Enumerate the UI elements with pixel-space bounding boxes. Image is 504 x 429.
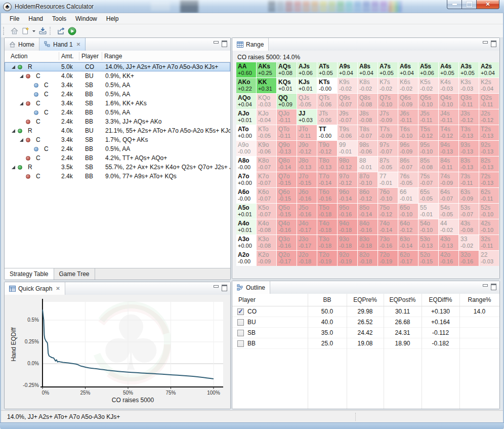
hand-cell-K4o[interactable]: K4o-0.08 xyxy=(257,219,276,235)
hand-cell-Q6o[interactable]: Q6o-0.15 xyxy=(277,188,297,203)
strategy-row-8[interactable]: R4.0kBU21.1%, 55+ A2s+ ATo+ A7o A5o-A2o … xyxy=(5,126,230,135)
hand-cell-83s[interactable]: 83s-0.13 xyxy=(459,157,479,172)
hand-cell-98o[interactable]: 98o-0.12 xyxy=(338,157,357,172)
hand-cell-KJs[interactable]: KJs+0.01 xyxy=(297,78,317,93)
hand-cell-66[interactable]: 66-0.01 xyxy=(398,188,418,203)
hand-cell-J3o[interactable]: J3o-0.17 xyxy=(297,235,317,250)
outline-column-range[interactable]: Range% xyxy=(459,296,499,303)
hand-cell-JTo[interactable]: JTo-0.11 xyxy=(297,125,317,140)
menu-file[interactable]: File xyxy=(5,14,24,23)
hand-cell-96s[interactable]: 96s-0.09 xyxy=(398,141,418,156)
hand-cell-A8o[interactable]: A8o-0.00 xyxy=(236,157,256,172)
strategy-row-11[interactable]: C2.4kBB4.2%, TT+ AQs+ AQo+ xyxy=(5,153,230,163)
hand-cell-72s[interactable]: 72s-0.13 xyxy=(479,172,499,187)
hand-cell-J4s[interactable]: J4s-0.11 xyxy=(439,109,458,125)
hand-cell-53o[interactable]: 53o-0.13 xyxy=(418,235,438,250)
panel-minimize-icon[interactable] xyxy=(483,284,487,288)
tab-quick-graph-close-icon[interactable]: ✕ xyxy=(56,286,60,291)
hand-cell-A5s[interactable]: A5s+0.06 xyxy=(418,62,438,77)
hand-cell-T6s[interactable]: T6s-0.10 xyxy=(398,125,418,140)
hand-cell-T9s[interactable]: T9s-0.06 xyxy=(338,125,357,140)
strategy-row-1[interactable]: R5.0kCO14.0%, JJ+ A2s+ ATo+ A7o A5o-A3o … xyxy=(5,62,230,71)
tree-expander-icon[interactable] xyxy=(11,166,16,169)
hand-cell-J3s[interactable]: J3s-0.12 xyxy=(459,109,479,125)
hand-cell-Q5s[interactable]: Q5s-0.10 xyxy=(418,94,438,109)
new-hand-dropdown[interactable] xyxy=(31,25,37,36)
tree-expander-icon[interactable] xyxy=(19,102,24,105)
hand-cell-82s[interactable]: 82s-0.13 xyxy=(479,157,499,172)
hand-cell-52o[interactable]: 52o-0.15 xyxy=(418,251,438,266)
hand-cell-55[interactable]: 55-0.01 xyxy=(418,204,438,219)
hand-cell-63o[interactable]: 63o-0.14 xyxy=(398,235,418,250)
player-checkbox[interactable] xyxy=(237,319,244,326)
tab-hand-1-close-icon[interactable]: ✕ xyxy=(76,42,80,47)
tree-expander-icon[interactable] xyxy=(11,129,16,133)
hand-cell-42s[interactable]: 42s-0.10 xyxy=(479,219,499,235)
hand-cell-73s[interactable]: 73s-0.11 xyxy=(459,172,479,187)
hand-cell-J5o[interactable]: J5o-0.16 xyxy=(297,204,317,219)
tab-game-tree[interactable]: Game Tree xyxy=(54,268,95,280)
hand-cell-96o[interactable]: 96o-0.14 xyxy=(338,188,357,203)
hand-cell-T9o[interactable]: T9o-0.12 xyxy=(317,141,337,156)
close-button[interactable]: ✕ xyxy=(476,0,499,9)
hand-cell-Q7o[interactable]: Q7o-0.15 xyxy=(277,172,297,187)
hand-cell-52s[interactable]: 52s-0.10 xyxy=(479,204,499,219)
hand-cell-76s[interactable]: 76s-0.05 xyxy=(398,172,418,187)
hand-cell-86o[interactable]: 86o-0.12 xyxy=(358,188,377,203)
hand-cell-43o[interactable]: 43o-0.13 xyxy=(439,235,458,250)
hand-cell-J2s[interactable]: J2s-0.12 xyxy=(479,109,499,125)
hand-cell-K3s[interactable]: K3s-0.03 xyxy=(459,78,479,93)
hand-cell-93s[interactable]: 93s-0.13 xyxy=(459,141,479,156)
hand-cell-97o[interactable]: 97o-0.12 xyxy=(338,172,357,187)
run-button[interactable] xyxy=(66,25,77,36)
hand-cell-Q7s[interactable]: Q7s-0.10 xyxy=(378,94,398,109)
panel-maximize-icon[interactable] xyxy=(222,41,227,47)
strategy-row-7[interactable]: C2.4kBB3.3%, JJ+ AQs+ AKo xyxy=(5,117,230,126)
hand-cell-94o[interactable]: 94o-0.18 xyxy=(338,219,357,235)
hand-cell-K4s[interactable]: K4s-0.03 xyxy=(439,78,458,93)
hand-cell-QTo[interactable]: QTo-0.11 xyxy=(277,125,297,140)
hand-cell-98s[interactable]: 98s-0.06 xyxy=(358,141,377,156)
home-button[interactable] xyxy=(9,25,20,36)
player-checkbox[interactable] xyxy=(237,308,244,315)
outline-column-eqdiff[interactable]: EQDiff% xyxy=(422,296,459,303)
hand-cell-J8o[interactable]: J8o-0.13 xyxy=(297,157,317,172)
hand-cell-74s[interactable]: 74s-0.09 xyxy=(439,172,458,187)
column-amt[interactable]: Amt. xyxy=(59,53,79,60)
hand-cell-85o[interactable]: 85o-0.14 xyxy=(358,204,377,219)
hand-cell-KK[interactable]: KK+0.31 xyxy=(257,78,276,93)
hand-cell-J2o[interactable]: J2o-0.18 xyxy=(297,251,317,266)
hand-cell-KTs[interactable]: KTs-0.00 xyxy=(317,78,337,93)
hand-cell-76o[interactable]: 76o-0.10 xyxy=(378,188,398,203)
hand-cell-75s[interactable]: 75s-0.07 xyxy=(418,172,438,187)
hand-cell-32s[interactable]: 32s-0.11 xyxy=(479,235,499,250)
player-checkbox[interactable] xyxy=(237,340,244,347)
hand-cell-T8s[interactable]: T8s-0.07 xyxy=(358,125,377,140)
hand-cell-33[interactable]: 33-0.02 xyxy=(459,235,479,250)
hand-cell-AJs[interactable]: AJs+0.06 xyxy=(297,62,317,77)
menu-hand[interactable]: Hand xyxy=(24,14,48,23)
hand-cell-J5s[interactable]: J5s-0.11 xyxy=(418,109,438,125)
hand-cell-82o[interactable]: 82o-0.18 xyxy=(358,251,377,266)
hand-cell-A3s[interactable]: A3s+0.05 xyxy=(459,62,479,77)
hand-cell-JTs[interactable]: JTs-0.06 xyxy=(317,109,337,125)
hand-cell-72o[interactable]: 72o-0.19 xyxy=(378,251,398,266)
hand-cell-92s[interactable]: 92s-0.13 xyxy=(479,141,499,156)
hand-cell-Q6s[interactable]: Q6s-0.09 xyxy=(398,94,418,109)
hand-cell-J8s[interactable]: J8s-0.08 xyxy=(358,109,377,125)
hand-cell-J6s[interactable]: J6s-0.11 xyxy=(398,109,418,125)
hand-cell-44[interactable]: 44-0.02 xyxy=(439,219,458,235)
hand-cell-QTs[interactable]: QTs-0.06 xyxy=(317,94,337,109)
hand-cell-A4o[interactable]: A4o+0.01 xyxy=(236,219,256,235)
menu-help[interactable]: Help xyxy=(102,14,123,23)
column-player[interactable]: Player xyxy=(79,53,102,60)
hand-cell-KJo[interactable]: KJo-0.04 xyxy=(257,109,276,125)
hand-cell-87o[interactable]: 87o-0.10 xyxy=(358,172,377,187)
hand-cell-Q8o[interactable]: Q8o-0.14 xyxy=(277,157,297,172)
hand-cell-KQs[interactable]: KQs+0.01 xyxy=(277,78,297,93)
hand-cell-A2o[interactable]: A2o-0.00 xyxy=(236,251,256,266)
hand-cell-A7o[interactable]: A7o+0.00 xyxy=(236,172,256,187)
menu-tools[interactable]: Tools xyxy=(48,14,71,23)
hand-cell-74o[interactable]: 74o-0.14 xyxy=(378,219,398,235)
hand-cell-54s[interactable]: 54s-0.05 xyxy=(439,204,458,219)
